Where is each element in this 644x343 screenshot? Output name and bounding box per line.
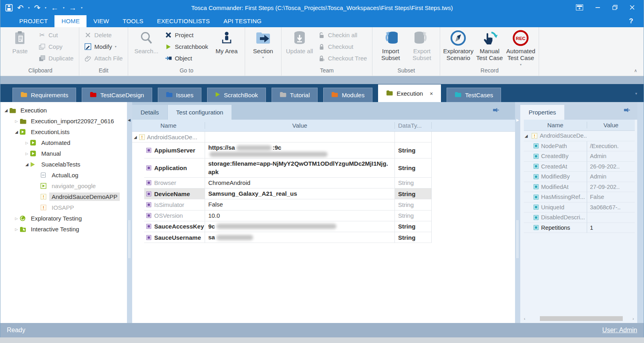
tree-item-actuallog[interactable]: ActualLog [0,170,127,181]
menu-tab-api-testing[interactable]: API TESTING [217,15,268,27]
scrollbar-thumb[interactable] [540,316,623,321]
pin-icon[interactable] [492,107,499,114]
column-header-name[interactable]: Name [132,122,205,129]
property-row-nodepath[interactable]: NodePath/Execution. [524,141,635,152]
config-value-cell[interactable]: 10.0 [205,211,395,221]
config-name-cell[interactable]: IsSimulator [144,199,205,210]
property-value-cell[interactable]: Admin [587,151,635,162]
exploratory-scenario-button[interactable]: Exploratory Scenario [443,28,474,62]
column-header-value[interactable]: Value [205,122,395,129]
property-row-disableddescri[interactable]: DisabledDescri... [524,213,635,223]
pin-icon[interactable] [623,107,630,114]
ribbon-display-options-icon[interactable] [576,4,583,11]
menu-tab-executionlists[interactable]: EXECUTIONLISTS [150,15,217,27]
undo-button[interactable]: ↶ [17,4,24,12]
tree-item-executionlists[interactable]: ◢ExecutionLists [0,126,127,137]
checkout-tree-button[interactable]: Checkout Tree [315,52,370,64]
table-row-sauceusername[interactable]: SauceUsernamesaString [132,232,515,243]
expander-expanded-icon[interactable]: ◢ [3,108,9,112]
forward-button[interactable]: → [69,4,76,12]
config-value-cell[interactable]: sa [205,232,395,243]
property-row-uniqueid[interactable]: UniqueId3a068c67-.. [524,203,635,213]
restore-icon[interactable] [612,5,618,11]
property-value-cell[interactable]: 3a068c67-.. [587,203,635,213]
collapse-ribbon-icon[interactable]: ∧ [634,68,637,73]
menu-tab-home[interactable]: HOME [54,15,87,27]
doc-tab-requirements[interactable]: Requirements [12,88,76,102]
table-row-application[interactable]: Applicationstorage:filename=app-NjMyY2Qw… [132,158,515,178]
property-value-cell[interactable]: 27-09-202.. [587,182,635,193]
expander-collapsed-icon[interactable]: ▷ [13,217,20,221]
automated-test-case-button[interactable]: REC Automated Test Case ▾ [505,28,536,66]
modify-dropdown-icon[interactable]: ▾ [115,45,117,48]
back-dropdown-icon[interactable]: ▾ [63,6,64,10]
tab-details[interactable]: Details [132,105,167,120]
tree-item-automated[interactable]: ▷Automated [0,137,127,148]
user-link[interactable]: User: Admin [602,327,637,334]
table-row-browser[interactable]: BrowserChromeAndroidString [132,178,515,189]
expander-expanded-icon[interactable]: ◢ [13,130,20,134]
config-datatype-cell[interactable]: String [395,199,432,210]
close-icon[interactable] [630,5,635,11]
expander-collapsed-icon[interactable]: ▷ [13,227,20,231]
expander-collapsed-icon[interactable]: ▷ [24,152,30,156]
config-datatype-cell[interactable]: String [395,178,432,189]
property-value-cell[interactable]: /Execution. [587,141,635,152]
checkout-button[interactable]: Checkout [315,41,370,52]
goto-object-button[interactable]: Object [162,52,211,64]
right-splitter[interactable]: ▶ [515,102,520,323]
property-value-cell[interactable]: 1 [587,223,635,233]
minimize-icon[interactable] [595,5,600,11]
automated-test-case-dropdown-icon[interactable]: ▾ [520,63,521,66]
config-value-cell[interactable]: Samsung_Galaxy_A21_real_us [205,189,395,199]
properties-parent-row[interactable]: ◢!AndroidSauceDe... [524,131,635,141]
checkin-all-button[interactable]: Checkin all [315,29,370,41]
scroll-left-icon[interactable]: ‹ [524,316,525,321]
config-datatype-cell[interactable]: String [395,189,432,199]
doc-tab-testcasedesign[interactable]: TestCaseDesign [82,88,152,102]
section-dropdown-icon[interactable]: ▾ [262,56,264,59]
config-name-cell[interactable]: OSVersion [144,211,205,221]
redo-button[interactable]: ↷ [34,4,40,12]
my-area-button[interactable]: My Area [211,28,242,54]
doc-tab-execution[interactable]: Execution× [378,84,441,102]
property-row-createdby[interactable]: CreatedByAdmin [524,151,635,162]
table-row-appiumserver[interactable]: AppiumServerhttps://sa:9cString [132,142,515,158]
config-datatype-cell[interactable]: String [395,211,432,221]
modify-button[interactable]: Modify▾ [82,41,126,52]
config-datatype-cell[interactable]: String [395,232,432,243]
scroll-right-icon[interactable]: › [632,316,634,321]
attach-file-button[interactable]: Attach File [82,52,126,64]
table-row-osversion[interactable]: OSVersion10.0String [132,211,515,221]
tab-properties[interactable]: Properties [520,105,564,120]
export-subset-button[interactable]: Export Subset [406,28,437,62]
config-value-cell[interactable]: False [205,199,395,210]
property-row-modifiedat[interactable]: ModifiedAt27-09-202.. [524,182,635,193]
expander-expanded-icon[interactable]: ◢ [134,135,137,139]
tree-item-execution[interactable]: ◢Execution [0,105,127,116]
config-name-cell[interactable]: Application [144,158,205,178]
config-parent-row[interactable]: ◢!AndroidSauceDe... [132,132,515,142]
goto-scratchbook-button[interactable]: Scratchbook [162,41,211,52]
config-name-cell[interactable]: DeviceName [144,189,205,199]
tree-item-androidsaucedemoapp[interactable]: !AndroidSauceDemoAPP [0,191,127,202]
manual-test-case-button[interactable]: Manual Test Case [474,28,505,62]
config-name-cell[interactable]: AppiumServer [144,142,205,158]
tab-test-configuration[interactable]: Test configuration [168,105,232,120]
undo-dropdown-icon[interactable]: ▾ [28,6,30,10]
menu-tab-tools[interactable]: TOOLS [116,15,150,27]
doc-tab-modules[interactable]: Modules [323,88,372,102]
property-row-repetitions[interactable]: Repetitions1 [524,223,635,233]
property-row-modifiedby[interactable]: ModifiedByAdmin [524,172,635,182]
column-header-name[interactable]: Name [524,122,587,128]
goto-project-button[interactable]: Project [162,29,211,41]
tree-item-execution-import220927-0616[interactable]: ▷Execution_import220927_0616 [0,116,127,126]
tree-item-manual[interactable]: ▷Manual [0,148,127,159]
column-header-value[interactable]: Value [587,122,635,128]
update-all-button[interactable]: Update all [284,28,315,54]
property-row-createdat[interactable]: CreatedAt26-09-202.. [524,162,635,172]
delete-button[interactable]: Delete [82,29,126,41]
section-button[interactable]: Section ▾ [248,28,279,59]
tree-item-exploratory-testing[interactable]: ▷Exploratory Testing [0,213,127,224]
doc-tab-testcases[interactable]: TestCases [447,88,501,102]
